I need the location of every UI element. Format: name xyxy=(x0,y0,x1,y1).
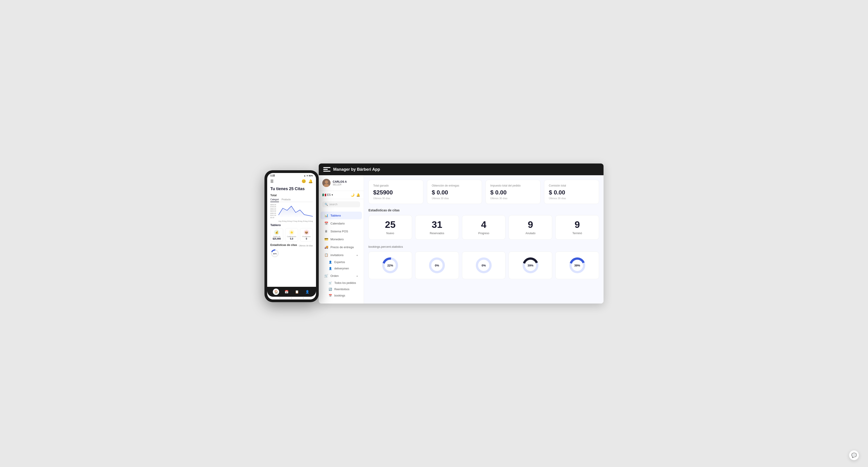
pos-label: Sistema POS xyxy=(331,230,358,233)
profile-avatar xyxy=(322,179,331,187)
stat-period-1: Últimos 30 días xyxy=(432,197,477,200)
flag-icon: 🇲🇽 xyxy=(322,193,326,197)
sidebar-item-precio-entrega[interactable]: 🚚 Precio de entrega xyxy=(320,243,362,251)
language-selector[interactable]: 🇲🇽 ES ▾ xyxy=(322,193,333,197)
stats-row: Total ganado $25900 Últimos 30 días Obte… xyxy=(368,180,599,204)
search-placeholder: search xyxy=(329,203,338,206)
chart-x-labels: Aug 29 Aug 28 Aug 27 Aug 26 Aug 25 Aug 2… xyxy=(278,221,313,222)
search-box[interactable]: 🔍 search xyxy=(322,201,360,207)
appointments-section-title: Estadísticas de citas xyxy=(368,208,599,212)
profile-role: SELLER xyxy=(333,184,347,186)
orden-label: Orden xyxy=(331,274,354,277)
appt-number-nuevo: 25 xyxy=(373,220,407,229)
donut-label-3: 39% xyxy=(528,264,533,267)
sidebar-item-orden[interactable]: 🛒 Orden ▲ xyxy=(320,272,362,279)
sidebar-item-bookings[interactable]: 📅 bookings xyxy=(319,293,364,299)
donut-label-0: 22% xyxy=(387,264,393,267)
appt-number-reservados: 31 xyxy=(420,220,454,229)
moon-icon[interactable]: 🌙 xyxy=(350,193,354,197)
sidebar-item-expertos[interactable]: 👤 Expertos xyxy=(319,259,364,265)
percent-card-4: 39% xyxy=(555,252,599,279)
stat-label-0: Total ganado xyxy=(373,184,418,187)
appt-card-progreso: 4 Progreso xyxy=(462,215,506,240)
donut-4: 39% xyxy=(568,256,586,274)
sidebar-profile: CARLOS A SELLER xyxy=(319,175,364,191)
appointments-grid: 25 Nuevo 31 Reservados 4 Progreso 9 Anul… xyxy=(368,215,599,240)
phone-tab-products[interactable]: Producto xyxy=(282,198,291,202)
monedero-icon: 💳 xyxy=(324,237,328,241)
menu-icon[interactable]: ☰ xyxy=(270,179,274,184)
rating-label: Calificación xyxy=(287,236,296,238)
appt-card-nuevo: 25 Nuevo xyxy=(368,215,412,240)
sidebar-item-deliverymen[interactable]: 👤 deliverymen xyxy=(319,265,364,272)
sidebar-item-monedero[interactable]: 💳 Monedero xyxy=(320,235,362,243)
bottom-home-icon[interactable]: 🏠 xyxy=(273,289,279,295)
sidebar-item-tablero[interactable]: 📊 Tablero xyxy=(320,211,362,219)
percent-grid: 22% 0% xyxy=(368,252,599,279)
wifi-icon: ▲ xyxy=(304,174,306,177)
stat-card-total-ganado: Total ganado $25900 Últimos 30 días xyxy=(368,180,423,204)
phone-tab-categories[interactable]: Categori xyxy=(270,198,279,202)
emoji-icon[interactable]: 😊 xyxy=(302,179,306,184)
stat-value-2: $ 0.00 xyxy=(490,189,536,196)
todos-icon: 🛒 xyxy=(329,281,332,285)
sidebar: CARLOS A SELLER 🇲🇽 ES ▾ 🌙 🔔 xyxy=(319,175,364,303)
sidebar-item-sistema-pos[interactable]: 🖥 Sistema POS xyxy=(320,227,362,235)
appt-number-progreso: 4 xyxy=(467,220,501,229)
stat-label-2: Impuesto total del pedido xyxy=(490,184,536,187)
sidebar-item-todos-pedidos[interactable]: 🛒 Todos los pedidos xyxy=(319,280,364,286)
battery-level: 81% xyxy=(309,174,313,177)
profile-name: CARLOS A xyxy=(333,180,347,184)
appt-label-termino: Terminó xyxy=(560,232,594,235)
monedero-label: Monedero xyxy=(331,238,358,241)
bell-icon[interactable]: 🔔 xyxy=(308,179,313,184)
outer-wrapper: 1:22 ▲ ● 81% ☰ 😊 🔔 Tu tienes 25 Citas To… xyxy=(265,164,603,303)
phone-status-bar: 1:22 ▲ ● 81% xyxy=(267,173,316,178)
phone-greeting: Tu tienes 25 Citas xyxy=(270,187,313,192)
deliverymen-icon: 👤 xyxy=(329,267,332,270)
stat-card-impuesto: Impuesto total del pedido $ 0.00 Últimos… xyxy=(486,180,540,204)
bottom-list-icon[interactable]: 📋 xyxy=(293,289,300,295)
app-title: Manager by Bárberi App xyxy=(333,167,380,172)
reembolsos-icon: 🔄 xyxy=(329,288,332,291)
phone-card-balance: 💰 Saldo de $25,900 xyxy=(270,228,283,242)
products-value: 0 xyxy=(302,238,311,240)
phone-time: 1:22 xyxy=(270,174,275,177)
phone-card-products: 📦 Productos 0 xyxy=(300,228,313,242)
logo-line-3 xyxy=(323,171,331,172)
app-topbar: Manager by Bárberi App xyxy=(319,164,603,175)
phone-stats-period: Últimos 30 días xyxy=(299,244,313,247)
sidebar-item-calendario[interactable]: 📅 Calendario xyxy=(320,220,362,227)
chart-y-labels: $846.00 $705.00 $564.00 $423.00 $282.00 … xyxy=(270,204,276,219)
sidebar-item-invitations[interactable]: 📋 invitations ▲ xyxy=(320,251,362,259)
stat-label-3: Comisión total xyxy=(549,184,594,187)
stat-period-2: Últimos 30 días xyxy=(490,197,536,200)
balance-label: Saldo de xyxy=(272,236,281,238)
donut-1: 0% xyxy=(428,256,446,274)
bottom-calendar-icon[interactable]: 📅 xyxy=(283,289,289,295)
stat-value-0: $25900 xyxy=(373,189,418,196)
app-logo xyxy=(323,167,331,172)
phone-tablero-title: Tablero xyxy=(270,223,313,227)
phone-status-right: ▲ ● 81% xyxy=(304,174,313,177)
stat-period-0: Últimos 30 días xyxy=(373,197,418,200)
main-content: Total ganado $25900 Últimos 30 días Obte… xyxy=(364,175,603,303)
percent-card-2: 0% xyxy=(462,252,506,279)
signal-icon: ● xyxy=(307,174,308,177)
lang-arrow-icon: ▾ xyxy=(332,193,333,197)
tablero-icon: 📊 xyxy=(324,213,328,217)
donut-label-2: 0% xyxy=(482,264,486,267)
app-body: CARLOS A SELLER 🇲🇽 ES ▾ 🌙 🔔 xyxy=(319,175,603,303)
chat-fab[interactable]: 💬 xyxy=(849,450,859,460)
sidebar-item-reembolsos[interactable]: 🔄 Reembolsos xyxy=(319,286,364,293)
expertos-icon: 👤 xyxy=(329,261,332,264)
svg-point-4 xyxy=(325,180,328,184)
notification-icon[interactable]: 🔔 xyxy=(356,193,360,197)
calendario-label: Calendario xyxy=(331,222,358,225)
phone-tabs: Categori Producto xyxy=(270,198,313,202)
bottom-profile-icon[interactable]: 👤 xyxy=(304,289,310,295)
balance-icon: 💰 xyxy=(274,230,279,235)
logo-line-2 xyxy=(323,169,328,170)
sidebar-icons: 🌙 🔔 xyxy=(350,193,360,197)
rating-value: 5.0 xyxy=(287,238,296,240)
